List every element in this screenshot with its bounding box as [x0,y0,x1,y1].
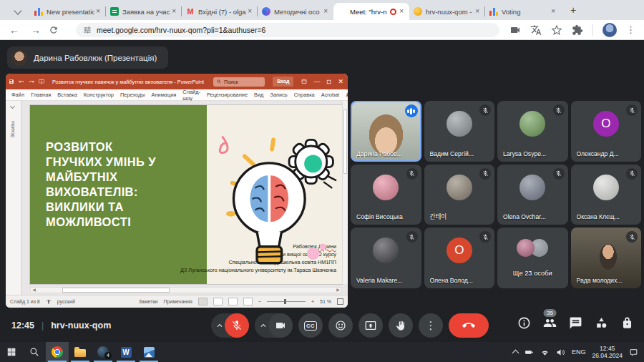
save-icon [9,79,14,84]
tab-close-icon[interactable]: × [322,8,329,15]
more-vert-icon: ⋮ [426,319,436,332]
language-indicator[interactable]: ENG [572,348,586,356]
mic-muted-icon [479,168,491,180]
participant-tile[interactable]: OОлена Волод... [424,228,495,288]
present-button[interactable] [358,313,383,338]
participant-name: Larysa Osype... [503,150,546,157]
participant-tile[interactable]: 간테이 [424,165,495,225]
info-button[interactable] [517,316,531,330]
extensions-icon[interactable] [572,24,583,36]
speaker-icon[interactable] [556,348,565,357]
mic-off-icon [231,320,243,331]
participant-tile[interactable]: Оксана Клєщ... [571,165,642,225]
photos-icon [144,347,155,358]
taskbar-clock[interactable]: 12:45 26.04.2024 [592,345,623,359]
browser-tab[interactable]: New presentatio× [30,3,106,20]
taskbar-search-button[interactable] [23,342,46,362]
camera-button[interactable] [268,313,293,338]
tab-close-icon[interactable]: × [170,8,177,15]
people-icon [543,316,557,330]
fit-to-window-icon [337,298,343,305]
present-to-all-icon [365,320,376,331]
activities-button[interactable] [595,316,608,330]
browser-tab[interactable]: Meet: "hrv-n× [333,3,409,20]
participant-avatar [373,238,399,263]
ribbon-options-icon [301,79,307,84]
reactions-button[interactable] [328,313,353,338]
browser-tab[interactable]: Вхідні (7) - olga× [182,3,258,20]
tab-search-button[interactable] [9,4,27,19]
ribbon-tab: Acrobat [321,92,339,98]
profile-avatar[interactable] [602,23,617,37]
slide-title: РОЗВИТОКГНУЧКИХ УМІНЬ УМАЙБУТНІХВИХОВАТЕ… [46,140,156,230]
ribbon-tab: Файл [11,92,24,98]
hidden-icons-chevron[interactable] [512,350,519,357]
participant-tile[interactable]: Larysa Osype... [497,101,568,162]
comments-button: Примечания [163,299,192,304]
tab-close-icon[interactable]: × [94,8,102,15]
mic-muted-icon [553,168,565,180]
recording-indicator-icon [390,9,396,15]
participant-tile[interactable]: Valeria Makare... [351,228,421,288]
address-bar[interactable]: meet.google.com/hrv-nuux-qom?pli=1&authu… [76,23,499,37]
tab-close-icon[interactable]: × [474,8,481,15]
browser-tab[interactable]: Методичні осо× [258,3,333,20]
start-button[interactable] [0,342,23,362]
tab-close-icon[interactable]: × [550,8,557,15]
host-controls-button[interactable] [620,316,634,330]
slide-illustration [209,111,339,278]
tab-close-icon[interactable]: × [398,8,405,15]
chat-button[interactable] [569,316,582,330]
back-button[interactable]: ← [6,24,23,36]
taskbar-word[interactable] [114,342,137,362]
more-options-button[interactable]: ⋮ [419,313,443,338]
end-call-button[interactable] [449,313,489,338]
tray-time: 12:45 [600,345,615,352]
raise-hand-button[interactable] [389,313,413,338]
reload-button[interactable] [49,25,66,35]
chevron-down-icon [14,6,21,14]
site-info-icon[interactable] [83,26,92,34]
people-button[interactable]: 35 [543,316,557,330]
ribbon-tab: Слайд-шоу [182,89,200,102]
videocam-icon [275,320,286,331]
participant-tile[interactable]: Дарина Рабов... [351,101,421,162]
camera-options-chevron-icon[interactable] [258,321,268,331]
participant-tile[interactable]: Ще 23 особи [497,228,568,288]
presenter-banner[interactable]: Дарина Рабовлюк (Презентація) [7,47,168,69]
zoom-slider [267,301,306,302]
new-tab-button[interactable]: + [565,2,581,18]
translate-icon[interactable] [530,24,542,36]
action-center-icon[interactable] [629,348,638,357]
browser-menu-button[interactable]: ⋮ [626,24,635,35]
participant-tile[interactable]: OОлександр Д... [571,101,642,162]
taskbar-messenger[interactable]: 4 [92,342,114,362]
taskbar-photos[interactable] [137,342,160,362]
camera-control [255,313,293,338]
camera-permission-icon[interactable] [509,24,521,36]
forward-button[interactable]: → [27,24,44,36]
browser-tab-strip: New presentatio×Заявка на учас×Вхідні (7… [0,0,644,20]
battery-icon[interactable] [525,348,534,357]
participant-name: Олександр Д... [577,150,619,157]
captions-button[interactable]: CC [298,313,323,338]
taskbar-file-explorer[interactable] [69,342,92,362]
chrome-icon [52,346,63,358]
browser-tab[interactable]: Заявка на учас× [106,3,182,20]
participant-tile[interactable]: Софія Висоцька [351,165,421,225]
mic-options-chevron-icon[interactable] [215,321,225,331]
participant-tile[interactable]: Вадим Сергій... [424,101,495,162]
scroll-left-arrow: ◀ [31,288,37,293]
participant-tile[interactable]: Olena Ovchar... [497,165,568,225]
mic-mute-button[interactable] [225,313,249,338]
taskbar-chrome[interactable] [46,342,69,362]
bookmark-star-icon[interactable] [551,24,562,36]
wifi-icon[interactable] [540,348,550,357]
browser-tab[interactable]: hrv-nuux-qom -× [409,3,485,20]
tab-title: Методичні осо [274,8,322,16]
screen-share-tile[interactable]: Розвиток гнучких навичок у майбутніх вих… [6,74,348,308]
participant-tile[interactable]: Рада молодих... [571,228,642,288]
ribbon-tab: Запись [270,92,287,98]
browser-tab[interactable]: Voting× [485,3,561,20]
tab-close-icon[interactable]: × [246,8,253,15]
